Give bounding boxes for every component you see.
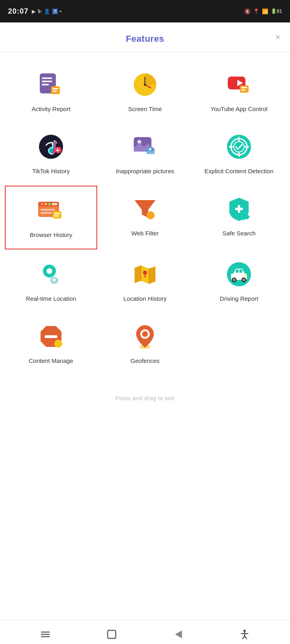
main-content: Features × Activity Report [0, 22, 290, 620]
status-left: 20:07 ▶ ⛷ 👤 ♿ • [8, 7, 61, 16]
youtube-app-control-icon [225, 70, 253, 99]
svg-rect-15 [240, 85, 249, 93]
svg-point-25 [149, 148, 151, 150]
svg-rect-17 [241, 89, 245, 91]
svg-rect-6 [53, 91, 57, 92]
feature-item-realtime-location[interactable]: Real-time Location [4, 250, 98, 312]
svg-rect-21 [56, 150, 59, 151]
close-button[interactable]: × [275, 33, 280, 42]
nav-back-button[interactable] [173, 629, 184, 640]
feature-item-content-manage[interactable]: Content Manage [4, 312, 98, 375]
wifi-icon: 📶 [262, 8, 268, 14]
activity-report-icon [37, 70, 65, 99]
svg-point-47 [147, 211, 155, 219]
svg-rect-4 [51, 86, 60, 94]
svg-rect-71 [245, 274, 247, 276]
geofences-label: Geofences [131, 356, 160, 365]
battery-icon: 🔋81 [271, 8, 282, 14]
svg-rect-78 [41, 634, 50, 635]
tiktok-history-icon [37, 132, 65, 161]
bottom-nav [0, 620, 290, 644]
activity-report-label: Activity Report [32, 105, 71, 113]
svg-rect-77 [41, 632, 50, 633]
driving-report-label: Driving Report [220, 294, 258, 303]
feature-item-driving-report[interactable]: Driving Report [192, 250, 286, 312]
svg-rect-72 [45, 335, 57, 338]
safe-search-label: Safe Search [223, 229, 256, 237]
youtube-app-control-label: YouTube App Control [210, 105, 268, 113]
feature-item-web-filter[interactable]: Web Filter [98, 185, 192, 250]
feature-item-location-history[interactable]: Location History [98, 250, 192, 312]
svg-rect-42 [41, 212, 52, 214]
svg-rect-16 [241, 87, 247, 88]
svg-point-38 [45, 203, 47, 205]
feature-item-safe-search[interactable]: Safe Search [192, 185, 286, 250]
content-manage-icon [37, 322, 65, 351]
svg-rect-2 [42, 81, 52, 82]
feature-item-activity-report[interactable]: Activity Report [4, 61, 98, 123]
status-time: 20:07 [8, 7, 29, 16]
feature-item-screen-time[interactable]: Screen Time [98, 61, 192, 123]
svg-rect-45 [54, 215, 58, 217]
drag-hint: Press and drag to sort [0, 387, 290, 409]
nav-home-button[interactable] [106, 629, 117, 640]
location-icon: 📍 [253, 8, 259, 14]
svg-point-39 [48, 203, 51, 205]
realtime-location-icon [37, 260, 65, 289]
page-title: Features [126, 34, 164, 44]
svg-rect-41 [41, 209, 55, 211]
feature-item-browser-history[interactable]: Browser History [5, 186, 97, 249]
svg-rect-79 [41, 636, 50, 637]
feature-item-inappropriate-pictures[interactable]: Inappropriate pictures [98, 123, 192, 185]
tiktok-history-label: TikTok History [32, 167, 70, 175]
svg-point-73 [54, 340, 62, 348]
svg-point-68 [233, 279, 235, 281]
svg-point-70 [243, 279, 245, 281]
feature-item-youtube-app-control[interactable]: YouTube App Control [192, 61, 286, 123]
safe-search-icon [225, 194, 253, 223]
nav-menu-button[interactable] [40, 629, 51, 640]
content-manage-label: Content Manage [29, 356, 74, 365]
svg-marker-81 [176, 631, 182, 638]
svg-point-76 [142, 331, 148, 337]
browser-history-icon [37, 196, 65, 225]
features-grid: Activity Report [0, 53, 290, 383]
svg-point-18 [39, 135, 63, 159]
screen-time-icon [131, 70, 159, 99]
realtime-location-label: Real-time Location [26, 294, 76, 303]
status-notification-icons: ▶ ⛷ 👤 ♿ • [32, 8, 61, 14]
web-filter-icon [131, 194, 159, 223]
svg-rect-43 [53, 211, 61, 219]
svg-point-37 [41, 203, 43, 205]
svg-point-55 [53, 278, 56, 281]
svg-rect-44 [54, 213, 60, 214]
svg-line-86 [245, 636, 247, 639]
explicit-content-detection-label: Explicit Content Detection [204, 167, 274, 175]
web-filter-label: Web Filter [131, 229, 159, 237]
status-bar: 20:07 ▶ ⛷ 👤 ♿ • 🔇 📍 📶 🔋81 [0, 0, 290, 22]
svg-rect-80 [108, 630, 116, 638]
header: Features × [0, 22, 290, 53]
feature-item-explicit-content-detection[interactable]: Explicit Content Detection [192, 123, 286, 185]
inappropriate-pictures-icon [131, 132, 159, 161]
nav-accessibility-button[interactable] [239, 629, 250, 640]
status-icons: 🔇 📍 📶 🔋81 [244, 8, 282, 14]
svg-rect-1 [42, 77, 52, 79]
mute-icon: 🔇 [244, 8, 251, 14]
explicit-content-detection-icon [225, 132, 253, 161]
svg-rect-3 [42, 84, 49, 85]
svg-rect-40 [52, 203, 57, 205]
svg-point-61 [143, 271, 147, 275]
geofences-icon [131, 322, 159, 351]
svg-marker-58 [149, 266, 155, 284]
svg-rect-65 [236, 269, 239, 273]
inappropriate-pictures-label: Inappropriate pictures [116, 167, 174, 175]
location-history-label: Location History [123, 294, 167, 303]
browser-history-label: Browser History [30, 231, 72, 239]
feature-item-tiktok-history[interactable]: TikTok History [4, 123, 98, 185]
svg-rect-49 [235, 208, 243, 210]
svg-point-53 [47, 268, 52, 274]
feature-item-geofences[interactable]: Geofences [98, 312, 192, 375]
driving-report-icon [225, 260, 253, 289]
location-history-icon [131, 260, 159, 289]
